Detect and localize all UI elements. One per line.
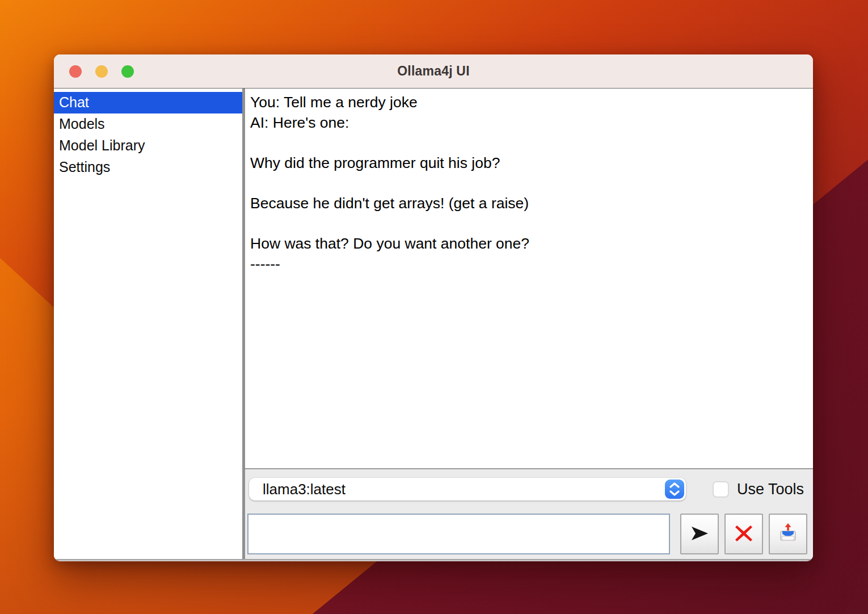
traffic-lights <box>69 65 148 78</box>
outbox-upload-icon <box>776 522 800 547</box>
model-bar: llama3:latest Use Tools <box>245 478 813 501</box>
app-window: Ollama4j UI Chat Models Model Library Se… <box>54 54 813 561</box>
chat-transcript[interactable]: You: Tell me a nerdy joke AI: Here's one… <box>245 89 813 469</box>
stop-button[interactable] <box>724 514 763 554</box>
zoom-window-button[interactable] <box>121 65 134 78</box>
sidebar-item-models[interactable]: Models <box>54 113 242 135</box>
model-select[interactable]: llama3:latest <box>249 478 686 501</box>
sidebar-item-model-library[interactable]: Model Library <box>54 135 242 157</box>
message-input[interactable] <box>247 514 670 554</box>
composer <box>245 514 813 554</box>
chevron-up-down-icon <box>665 480 684 499</box>
window-content: Chat Models Model Library Settings You: … <box>54 89 813 561</box>
use-tools-group: Use Tools <box>713 481 804 498</box>
sidebar-item-chat[interactable]: Chat <box>54 92 242 113</box>
main-panel: You: Tell me a nerdy joke AI: Here's one… <box>245 89 813 559</box>
sidebar-item-settings[interactable]: Settings <box>54 157 242 178</box>
sidebar: Chat Models Model Library Settings <box>54 89 242 559</box>
send-button[interactable] <box>680 514 719 554</box>
close-window-button[interactable] <box>69 65 82 78</box>
minimize-window-button[interactable] <box>95 65 108 78</box>
red-x-icon <box>734 523 754 545</box>
upload-button[interactable] <box>769 514 807 554</box>
use-tools-label: Use Tools <box>737 481 804 498</box>
use-tools-checkbox[interactable] <box>713 481 729 498</box>
titlebar: Ollama4j UI <box>54 54 813 89</box>
model-select-value: llama3:latest <box>263 481 345 498</box>
send-arrow-icon <box>689 524 710 545</box>
window-title: Ollama4j UI <box>397 64 469 79</box>
